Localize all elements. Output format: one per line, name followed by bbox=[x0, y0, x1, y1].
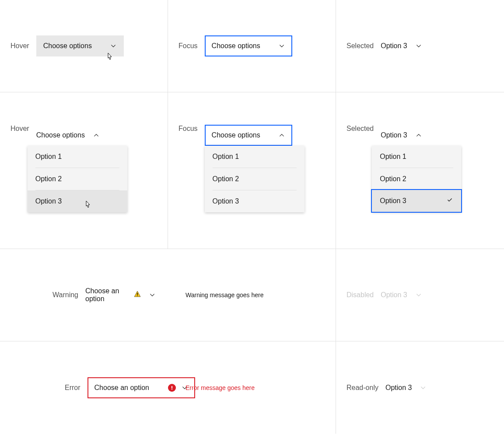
checkmark-icon bbox=[446, 197, 453, 205]
cell-selected-open: Selected Option 3 Option 1 Option 2 Opti… bbox=[336, 92, 504, 249]
dropdown-menu-focus: Option 1 Option 2 Option 3 bbox=[205, 146, 304, 212]
menu-item-option-3[interactable]: Option 3 bbox=[205, 190, 304, 212]
dropdown-placeholder: Choose options bbox=[212, 131, 260, 139]
warning-icon bbox=[134, 291, 141, 299]
state-label-hover: Hover bbox=[10, 125, 29, 133]
state-label-hover: Hover bbox=[10, 42, 29, 50]
dropdown-selected-value: Option 3 bbox=[385, 384, 412, 392]
dropdown-placeholder: Choose an option bbox=[85, 287, 126, 303]
state-label-warning: Warning bbox=[52, 291, 78, 299]
error-message: Error message goes here bbox=[186, 384, 255, 391]
dropdown-focus-closed[interactable]: Choose options bbox=[205, 35, 292, 56]
svg-rect-1 bbox=[137, 295, 137, 296]
menu-item-option-2[interactable]: Option 2 bbox=[205, 168, 304, 190]
dropdown-placeholder: Choose options bbox=[36, 131, 85, 139]
cell-hover-closed: Hover Choose options bbox=[0, 0, 168, 92]
menu-item-option-3[interactable]: Option 3 bbox=[28, 190, 127, 212]
cursor-pointer-icon bbox=[84, 200, 92, 211]
state-label-focus: Focus bbox=[178, 42, 198, 50]
cell-focus-closed: Focus Choose options bbox=[168, 0, 336, 92]
dropdown-focus-open[interactable]: Choose options bbox=[205, 125, 292, 146]
dropdown-readonly: Option 3 bbox=[385, 377, 428, 398]
cell-readonly: Read-only Option 3 bbox=[336, 341, 504, 434]
menu-item-option-2[interactable]: Option 2 bbox=[28, 168, 127, 190]
dropdown-disabled: Option 3 bbox=[381, 284, 424, 306]
cell-hover-open: Hover Choose options Option 1 Option 2 O… bbox=[0, 92, 168, 249]
menu-item-option-1[interactable]: Option 1 bbox=[28, 146, 127, 168]
state-label-readonly: Read-only bbox=[346, 384, 378, 392]
dropdown-menu-hover: Option 1 Option 2 Option 3 bbox=[28, 146, 127, 212]
dropdown-selected-value: Option 3 bbox=[381, 131, 407, 139]
cell-error: Error Choose an option bbox=[0, 341, 168, 434]
chevron-down-icon bbox=[278, 42, 285, 49]
cursor-pointer-icon bbox=[105, 52, 114, 63]
cell-error-message: Error message goes here bbox=[168, 341, 336, 434]
dropdown-hover-open[interactable]: Choose options bbox=[36, 125, 102, 146]
state-label-focus: Focus bbox=[178, 125, 198, 133]
dropdown-selected-value: Option 3 bbox=[381, 42, 407, 50]
menu-item-option-1[interactable]: Option 1 bbox=[205, 146, 304, 168]
cell-selected-closed: Selected Option 3 bbox=[336, 0, 504, 92]
chevron-down-icon bbox=[415, 42, 422, 49]
dropdown-menu-selected: Option 1 Option 2 Option 3 bbox=[372, 146, 461, 212]
chevron-down-icon bbox=[110, 42, 117, 49]
svg-rect-0 bbox=[137, 293, 137, 295]
state-label-selected: Selected bbox=[346, 125, 374, 133]
dropdown-placeholder: Choose options bbox=[43, 42, 92, 50]
dropdown-warning[interactable]: Choose an option bbox=[85, 284, 158, 306]
chevron-up-icon bbox=[415, 132, 422, 139]
chevron-down-icon bbox=[149, 291, 156, 299]
state-label-selected: Selected bbox=[346, 42, 374, 50]
chevron-down-icon bbox=[415, 291, 422, 299]
cell-focus-open: Focus Choose options Option 1 Option 2 O… bbox=[168, 92, 336, 249]
menu-item-option-1[interactable]: Option 1 bbox=[372, 146, 461, 168]
chevron-up-icon bbox=[278, 132, 285, 139]
cell-warning-message: Warning message goes here bbox=[168, 249, 336, 341]
menu-item-option-3-selected[interactable]: Option 3 bbox=[372, 190, 461, 212]
cell-disabled: Disabled Option 3 bbox=[336, 249, 504, 341]
menu-item-option-2[interactable]: Option 2 bbox=[372, 168, 461, 190]
state-label-disabled: Disabled bbox=[346, 291, 374, 299]
chevron-down-icon bbox=[420, 384, 427, 391]
warning-message: Warning message goes here bbox=[186, 291, 263, 299]
dropdown-selected-value: Option 3 bbox=[381, 291, 407, 299]
state-label-error: Error bbox=[65, 384, 80, 392]
chevron-up-icon bbox=[93, 132, 100, 139]
dropdown-selected-open[interactable]: Option 3 bbox=[381, 125, 424, 146]
dropdown-placeholder: Choose options bbox=[212, 42, 260, 50]
dropdown-selected-closed[interactable]: Option 3 bbox=[381, 35, 424, 56]
dropdown-placeholder: Choose an option bbox=[94, 384, 149, 392]
cell-warning: Warning Choose an option bbox=[0, 249, 168, 341]
